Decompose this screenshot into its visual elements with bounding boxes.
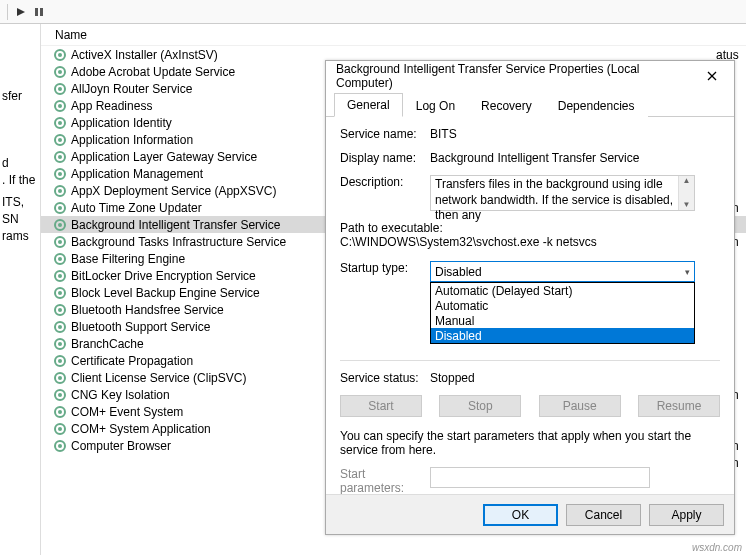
svg-point-8	[58, 87, 62, 91]
svg-point-6	[58, 70, 62, 74]
svg-point-34	[58, 308, 62, 312]
service-name: AppX Deployment Service (AppXSVC)	[71, 184, 276, 198]
description-textbox[interactable]: Transfers files in the background using …	[430, 175, 695, 211]
service-name: App Readiness	[71, 99, 152, 113]
service-name: Application Layer Gateway Service	[71, 150, 257, 164]
service-name: Block Level Backup Engine Service	[71, 286, 260, 300]
tab-logon[interactable]: Log On	[403, 94, 468, 117]
svg-point-4	[58, 53, 62, 57]
start-button[interactable]: Start	[340, 395, 422, 417]
cancel-button[interactable]: Cancel	[566, 504, 641, 526]
svg-point-28	[58, 257, 62, 261]
dialog-title: Background Intelligent Transfer Service …	[336, 62, 698, 90]
service-name: Computer Browser	[71, 439, 171, 453]
value-service-name: BITS	[430, 127, 720, 141]
svg-point-38	[58, 342, 62, 346]
watermark: wsxdn.com	[692, 542, 742, 553]
description-scrollbar[interactable]: ▲▼	[678, 176, 694, 210]
pause-stop-icon[interactable]	[31, 4, 47, 20]
dialog-tabs: General Log On Recovery Dependencies	[326, 93, 734, 117]
gear-icon	[53, 320, 67, 334]
label-service-name: Service name:	[340, 127, 430, 141]
service-name: COM+ System Application	[71, 422, 211, 436]
svg-rect-1	[35, 8, 38, 16]
service-name: Background Intelligent Transfer Service	[71, 218, 280, 232]
svg-point-16	[58, 155, 62, 159]
gear-icon	[53, 286, 67, 300]
svg-point-20	[58, 189, 62, 193]
combo-option[interactable]: Automatic	[431, 298, 694, 313]
gear-icon	[53, 184, 67, 198]
combo-option[interactable]: Automatic (Delayed Start)	[431, 283, 694, 298]
service-name: Bluetooth Handsfree Service	[71, 303, 224, 317]
svg-rect-2	[40, 8, 43, 16]
resume-button[interactable]: Resume	[638, 395, 720, 417]
value-service-status: Stopped	[430, 371, 720, 385]
gear-icon	[53, 82, 67, 96]
svg-point-50	[58, 444, 62, 448]
stop-button[interactable]: Stop	[439, 395, 521, 417]
svg-point-12	[58, 121, 62, 125]
service-name: COM+ Event System	[71, 405, 183, 419]
ok-button[interactable]: OK	[483, 504, 558, 526]
svg-point-42	[58, 376, 62, 380]
left-description-fragment: sfer d . If the ITS, SN rams	[0, 24, 40, 555]
svg-point-40	[58, 359, 62, 363]
gear-icon	[53, 201, 67, 215]
params-hint: You can specify the start parameters tha…	[340, 429, 720, 457]
service-properties-dialog: Background Intelligent Transfer Service …	[325, 60, 735, 535]
service-name: AllJoyn Router Service	[71, 82, 192, 96]
service-name: BranchCache	[71, 337, 144, 351]
play-icon[interactable]	[13, 4, 29, 20]
value-path: C:\WINDOWS\System32\svchost.exe -k netsv…	[340, 235, 720, 249]
gear-icon	[53, 337, 67, 351]
startup-type-dropdown-list[interactable]: Automatic (Delayed Start) Automatic Manu…	[430, 282, 695, 344]
combo-option[interactable]: Manual	[431, 313, 694, 328]
pause-button[interactable]: Pause	[539, 395, 621, 417]
apply-button[interactable]: Apply	[649, 504, 724, 526]
tab-general[interactable]: General	[334, 93, 403, 117]
toolbar	[0, 0, 746, 24]
svg-marker-0	[17, 8, 25, 16]
service-name: Certificate Propagation	[71, 354, 193, 368]
column-header-name[interactable]: Name	[41, 24, 746, 46]
gear-icon	[53, 48, 67, 62]
svg-point-32	[58, 291, 62, 295]
gear-icon	[53, 303, 67, 317]
gear-icon	[53, 354, 67, 368]
chevron-down-icon: ▾	[685, 267, 690, 277]
svg-point-44	[58, 393, 62, 397]
gear-icon	[53, 388, 67, 402]
start-parameters-input[interactable]	[430, 467, 650, 488]
service-name: Adobe Acrobat Update Service	[71, 65, 235, 79]
svg-point-14	[58, 138, 62, 142]
startup-type-combobox[interactable]: Disabled ▾	[430, 261, 695, 282]
tab-recovery[interactable]: Recovery	[468, 94, 545, 117]
gear-icon	[53, 252, 67, 266]
combo-option-selected[interactable]: Disabled	[431, 328, 694, 343]
gear-icon	[53, 167, 67, 181]
label-path: Path to executable:	[340, 221, 720, 235]
svg-point-48	[58, 427, 62, 431]
svg-point-36	[58, 325, 62, 329]
gear-icon	[53, 99, 67, 113]
svg-point-18	[58, 172, 62, 176]
close-icon[interactable]	[698, 66, 726, 86]
gear-icon	[53, 269, 67, 283]
gear-icon	[53, 405, 67, 419]
tab-dependencies[interactable]: Dependencies	[545, 94, 648, 117]
svg-point-24	[58, 223, 62, 227]
gear-icon	[53, 422, 67, 436]
gear-icon	[53, 439, 67, 453]
gear-icon	[53, 116, 67, 130]
service-name: Application Identity	[71, 116, 172, 130]
label-description: Description:	[340, 175, 430, 189]
gear-icon	[53, 133, 67, 147]
label-service-status: Service status:	[340, 371, 430, 385]
service-name: BitLocker Drive Encryption Service	[71, 269, 256, 283]
svg-point-30	[58, 274, 62, 278]
service-name: Bluetooth Support Service	[71, 320, 210, 334]
svg-point-26	[58, 240, 62, 244]
service-name: ActiveX Installer (AxInstSV)	[71, 48, 218, 62]
service-name: Auto Time Zone Updater	[71, 201, 202, 215]
